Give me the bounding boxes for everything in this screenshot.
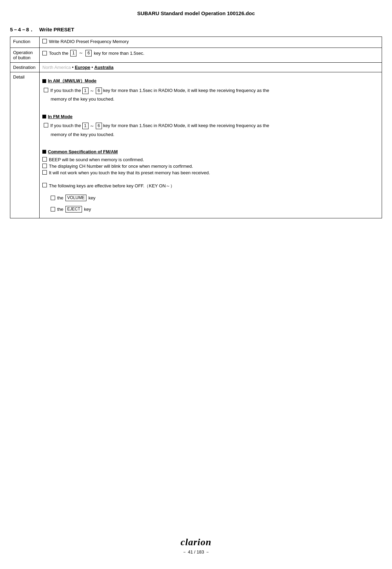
- operation-checkbox[interactable]: [42, 51, 47, 55]
- detail-label: Detail: [10, 72, 40, 218]
- fm-key2: 6: [96, 123, 102, 129]
- common-section-title: Common Specification of FM/AM: [42, 149, 379, 154]
- eject-the: the: [57, 207, 63, 212]
- eject-key-row: the EJECT key: [51, 206, 379, 213]
- main-table: Function Write RADIO Preset Frequency Me…: [10, 37, 382, 218]
- eject-checkbox[interactable]: [51, 207, 55, 211]
- common-bullet: [42, 150, 46, 154]
- fm-bullet: [42, 115, 46, 118]
- destination-dot1: •: [72, 65, 75, 70]
- function-label: Function: [10, 37, 40, 48]
- common-item-2: The displaying CH Number will blink for …: [42, 164, 379, 169]
- volume-the: the: [57, 195, 63, 200]
- fm-line2: memory of the key you touched.: [51, 131, 379, 138]
- am-key2: 6: [96, 87, 102, 94]
- am-key1: 1: [82, 87, 89, 94]
- eject-key-box: EJECT: [65, 206, 82, 213]
- fm-title-text: In FM Mode: [48, 114, 73, 119]
- fm-tilde: ～: [90, 123, 94, 128]
- table-row-function: Function Write RADIO Preset Frequency Me…: [10, 37, 382, 48]
- destination-label: Destination: [10, 63, 40, 72]
- section-heading: 5－4－8． Write PRESET: [10, 27, 382, 33]
- following-keys-checkbox[interactable]: [42, 183, 47, 187]
- am-line1-pre: If you touch the: [50, 88, 81, 93]
- common-checkbox-2[interactable]: [42, 164, 47, 168]
- following-keys-row: The following keys are effective before …: [42, 183, 379, 189]
- common-item-1: BEEP will be sound when memory is confir…: [42, 157, 379, 162]
- common-checkbox-3[interactable]: [42, 170, 47, 175]
- destination-content: North America • Europe • Australia: [40, 63, 382, 72]
- page-number: － 41 / 183 －: [0, 549, 392, 555]
- destination-dot2: •: [92, 65, 94, 70]
- operation-key1: 1: [70, 50, 76, 56]
- clarion-logo: clarion: [0, 537, 392, 548]
- page-footer: clarion － 41 / 183 －: [0, 537, 392, 555]
- operation-suffix: key for more than 1.5sec.: [94, 51, 144, 56]
- following-keys-text: The following keys are effective before …: [49, 183, 175, 189]
- destination-europe: Europe: [75, 65, 90, 70]
- destination-north-america: North America: [42, 65, 71, 70]
- page-title: SUBARU Standard model Operation 100126.d…: [10, 10, 382, 16]
- am-tilde: ～: [90, 88, 94, 93]
- operation-tilde: ～: [79, 50, 83, 56]
- common-title-text: Common Specification of FM/AM: [48, 149, 118, 154]
- common-item-1-text: BEEP will be sound when memory is confir…: [49, 157, 144, 162]
- common-item-2-text: The displaying CH Number will blink for …: [49, 164, 193, 169]
- volume-suffix: key: [89, 195, 95, 200]
- operation-content: Touch the 1 ～ 6 key for more than 1.5sec…: [40, 48, 382, 63]
- common-item-3-text: It will not work when you touch the key …: [49, 170, 210, 175]
- table-row-detail: Detail In AM（MW/LW）Mode If you touch the…: [10, 72, 382, 218]
- am-line1: If you touch the 1 ～ 6 key for more than…: [50, 87, 269, 94]
- function-checkbox[interactable]: [42, 39, 47, 43]
- eject-suffix: key: [84, 207, 91, 212]
- table-row-destination: Destination North America • Europe • Aus…: [10, 63, 382, 72]
- fm-line1-pre: If you touch the: [50, 123, 81, 128]
- destination-australia: Australia: [94, 65, 114, 70]
- common-checkbox-1[interactable]: [42, 157, 47, 162]
- am-bullet: [42, 79, 46, 83]
- section-heading-text: 5－4－8． Write PRESET: [10, 27, 74, 33]
- volume-checkbox[interactable]: [51, 196, 55, 200]
- am-line2: memory of the key you touched.: [51, 96, 379, 103]
- operation-key2: 6: [85, 50, 92, 56]
- am-section-title: In AM（MW/LW）Mode: [42, 78, 379, 84]
- am-line1-post: key for more than 1.5sec in RADIO Mode, …: [103, 88, 269, 93]
- am-title-text: In AM（MW/LW）Mode: [48, 78, 96, 84]
- function-content: Write RADIO Preset Frequency Memory: [40, 37, 382, 48]
- fm-line1: If you touch the 1 ～ 6 key for more than…: [50, 122, 269, 130]
- volume-key-row: the VOLUME key: [51, 195, 379, 201]
- fm-section-title: In FM Mode: [42, 114, 379, 119]
- detail-content: In AM（MW/LW）Mode If you touch the 1 ～ 6 …: [40, 72, 382, 218]
- fm-line1-post: key for more than 1.5sec in RADIO Mode, …: [103, 123, 269, 128]
- table-row-operation: Operationof button Touch the 1 ～ 6 key f…: [10, 48, 382, 63]
- fm-checkbox[interactable]: [44, 123, 48, 127]
- function-text: Write RADIO Preset Frequency Memory: [49, 39, 129, 44]
- am-checkbox[interactable]: [44, 88, 48, 92]
- operation-label: Operationof button: [10, 48, 40, 63]
- volume-key-box: VOLUME: [65, 195, 86, 201]
- common-item-3: It will not work when you touch the key …: [42, 170, 379, 175]
- operation-touch-text: Touch the: [49, 51, 68, 56]
- fm-key1: 1: [82, 123, 89, 129]
